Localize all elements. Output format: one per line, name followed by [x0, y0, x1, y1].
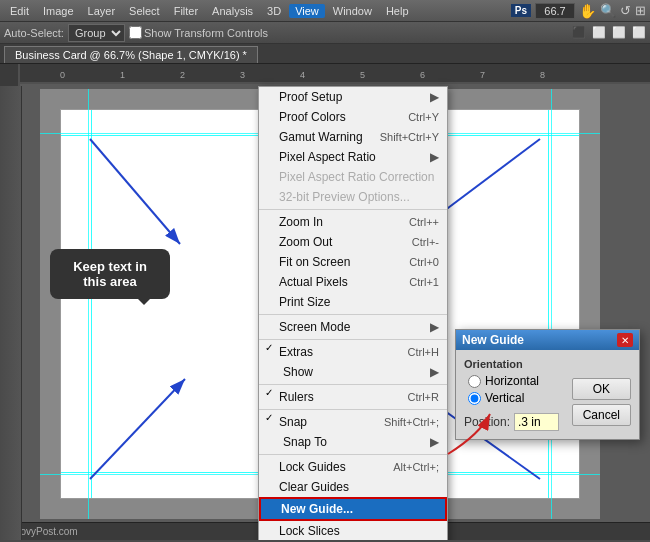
menu-new-guide-item[interactable]: New Guide...: [259, 497, 447, 521]
menu-pixel-aspect-correction: Pixel Aspect Ratio Correction: [259, 167, 447, 187]
svg-text:4: 4: [300, 70, 305, 80]
vertical-radio[interactable]: [468, 392, 481, 405]
menu-print-size-item[interactable]: Print Size: [259, 292, 447, 312]
menu-analysis[interactable]: Analysis: [206, 4, 259, 18]
menu-extras-item[interactable]: ✓ Extras Ctrl+H: [259, 342, 447, 362]
menu-gamut-warning[interactable]: Gamut Warning Shift+Ctrl+Y: [259, 127, 447, 147]
menu-fit-screen-item[interactable]: Fit on Screen Ctrl+0: [259, 252, 447, 272]
menu-snap[interactable]: Snap Shift+Ctrl+;: [259, 412, 447, 432]
submenu-arrow-5: ▶: [430, 435, 439, 449]
auto-icon[interactable]: ⬜: [632, 26, 646, 39]
show-transform-checkbox[interactable]: [129, 26, 142, 39]
menu-filter[interactable]: Filter: [168, 4, 204, 18]
menu-bar: Edit Image Layer Select Filter Analysis …: [0, 0, 650, 22]
options-toolbar: Auto-Select: Group Layer Show Transform …: [0, 22, 650, 44]
menu-layer[interactable]: Layer: [82, 4, 122, 18]
svg-text:5: 5: [360, 70, 365, 80]
zoom-icon[interactable]: 🔍: [600, 3, 616, 18]
menu-help[interactable]: Help: [380, 4, 415, 18]
divider-5: [259, 409, 447, 410]
callout-bubble: Keep text in this area: [50, 249, 170, 299]
position-input[interactable]: [514, 413, 559, 431]
menu-actual-pixels-item[interactable]: Actual Pixels Ctrl+1: [259, 272, 447, 292]
menu-gamut-warning-item[interactable]: Gamut Warning Shift+Ctrl+Y: [259, 127, 447, 147]
horizontal-radio[interactable]: [468, 375, 481, 388]
grid-icon[interactable]: ⊞: [635, 3, 646, 18]
align-center-icon[interactable]: ⬜: [592, 26, 606, 39]
menu-screen-mode-item[interactable]: Screen Mode ▶: [259, 317, 447, 337]
menu-fit-screen[interactable]: Fit on Screen Ctrl+0: [259, 252, 447, 272]
document-tab[interactable]: Business Card @ 66.7% (Shape 1, CMYK/16)…: [4, 46, 258, 63]
distribute-icon[interactable]: ⬜: [612, 26, 626, 39]
orientation-label: Orientation: [464, 358, 631, 370]
svg-rect-0: [20, 64, 650, 84]
menu-pixel-aspect-ratio[interactable]: Pixel Aspect Ratio ▶: [259, 147, 447, 167]
menu-pixel-aspect-ratio-item[interactable]: Pixel Aspect Ratio ▶: [259, 147, 447, 167]
divider-6: [259, 454, 447, 455]
dialog-titlebar: New Guide ✕: [456, 330, 639, 350]
zoom-value: 66.7: [535, 3, 575, 19]
menu-32bit-preview: 32-bit Preview Options...: [259, 187, 447, 207]
menu-window[interactable]: Window: [327, 4, 378, 18]
menu-3d[interactable]: 3D: [261, 4, 287, 18]
menu-print-size[interactable]: Print Size: [259, 292, 447, 312]
menu-zoom-out[interactable]: Zoom Out Ctrl+-: [259, 232, 447, 252]
menu-snap-item[interactable]: ✓ Snap Shift+Ctrl+;: [259, 412, 447, 432]
menu-select[interactable]: Select: [123, 4, 166, 18]
menu-lock-slices-item[interactable]: Lock Slices: [259, 521, 447, 540]
menu-rulers[interactable]: Rulers Ctrl+R: [259, 387, 447, 407]
menu-new-guide[interactable]: New Guide...: [259, 497, 447, 521]
menu-snap-to-item[interactable]: Snap To ▶: [259, 432, 447, 452]
menu-show-item[interactable]: Show ▶: [259, 362, 447, 382]
menu-proof-colors[interactable]: Proof Colors Ctrl+Y: [259, 107, 447, 127]
menu-zoom-in-item[interactable]: Zoom In Ctrl++: [259, 212, 447, 232]
menu-view[interactable]: View: [289, 4, 325, 18]
svg-text:8: 8: [540, 70, 545, 80]
menu-snap-to[interactable]: Snap To ▶: [259, 432, 447, 452]
check-extras: ✓: [265, 342, 273, 353]
menu-rulers-item[interactable]: ✓ Rulers Ctrl+R: [259, 387, 447, 407]
submenu-arrow-4: ▶: [430, 365, 439, 379]
menu-clear-guides-item[interactable]: Clear Guides: [259, 477, 447, 497]
menu-edit[interactable]: Edit: [4, 4, 35, 18]
menu-zoom-in[interactable]: Zoom In Ctrl++: [259, 212, 447, 232]
horizontal-label: Horizontal: [485, 374, 539, 388]
menu-clear-guides[interactable]: Clear Guides: [259, 477, 447, 497]
check-rulers: ✓: [265, 387, 273, 398]
menu-extras[interactable]: Extras Ctrl+H: [259, 342, 447, 362]
menu-proof-setup[interactable]: Proof Setup ▶: [259, 87, 447, 107]
menu-actual-pixels[interactable]: Actual Pixels Ctrl+1: [259, 272, 447, 292]
auto-select-dropdown[interactable]: Group Layer: [68, 24, 125, 42]
position-label: Position:: [464, 415, 510, 429]
svg-text:3: 3: [240, 70, 245, 80]
menu-proof-colors-item[interactable]: Proof Colors Ctrl+Y: [259, 107, 447, 127]
svg-text:2: 2: [180, 70, 185, 80]
ok-button[interactable]: OK: [572, 378, 631, 400]
dialog-close-button[interactable]: ✕: [617, 333, 633, 347]
menu-show[interactable]: Show ▶: [259, 362, 447, 382]
menu-image[interactable]: Image: [37, 4, 80, 18]
tab-bar: Business Card @ 66.7% (Shape 1, CMYK/16)…: [0, 44, 650, 64]
menu-screen-mode[interactable]: Screen Mode ▶: [259, 317, 447, 337]
view-dropdown-menu[interactable]: Proof Setup ▶ Proof Colors Ctrl+Y Gamut …: [258, 86, 448, 540]
svg-text:1: 1: [120, 70, 125, 80]
menu-zoom-out-item[interactable]: Zoom Out Ctrl+-: [259, 232, 447, 252]
submenu-arrow-3: ▶: [430, 320, 439, 334]
divider-4: [259, 384, 447, 385]
hand-icon[interactable]: ✋: [579, 3, 596, 19]
guide-vertical-1: [91, 110, 92, 498]
align-left-icon[interactable]: ⬛: [572, 26, 586, 39]
svg-text:0: 0: [60, 70, 65, 80]
menu-proof-setup-item[interactable]: Proof Setup ▶: [259, 87, 447, 107]
dialog-buttons: OK Cancel: [572, 378, 631, 426]
menu-lock-guides[interactable]: Lock Guides Alt+Ctrl+;: [259, 457, 447, 477]
divider-1: [259, 209, 447, 210]
ps-logo: Ps: [511, 4, 531, 17]
rotate-icon[interactable]: ↺: [620, 3, 631, 18]
menu-lock-guides-item[interactable]: Lock Guides Alt+Ctrl+;: [259, 457, 447, 477]
cancel-button[interactable]: Cancel: [572, 404, 631, 426]
submenu-arrow-2: ▶: [430, 150, 439, 164]
menu-32bit-preview-item: 32-bit Preview Options...: [259, 187, 447, 207]
guide-v-right: [551, 89, 552, 519]
menu-lock-slices[interactable]: Lock Slices: [259, 521, 447, 540]
